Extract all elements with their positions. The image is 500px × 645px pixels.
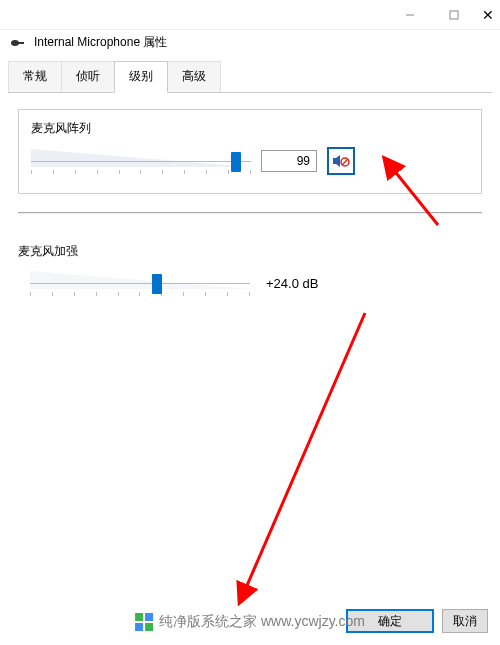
mic-boost-group: 麦克风加强 +24.0 dB <box>18 233 482 314</box>
divider <box>18 212 482 213</box>
tab-advanced[interactable]: 高级 <box>167 61 221 93</box>
mic-array-label: 麦克风阵列 <box>31 120 469 137</box>
mic-boost-slider[interactable] <box>30 270 250 296</box>
tab-general[interactable]: 常规 <box>8 61 62 93</box>
titlebar: ✕ <box>0 0 500 30</box>
speaker-muted-icon <box>332 153 350 169</box>
window-header: Internal Microphone 属性 <box>0 30 500 61</box>
watermark: 纯净版系统之家 www.ycwjzy.com <box>135 613 365 631</box>
mic-array-group: 麦克风阵列 <box>18 109 482 194</box>
slider-track <box>31 161 251 162</box>
mic-array-value[interactable] <box>261 150 317 172</box>
tab-levels[interactable]: 级别 <box>114 61 168 93</box>
svg-rect-3 <box>18 42 24 44</box>
mute-button[interactable] <box>327 147 355 175</box>
window-title: Internal Microphone 属性 <box>34 34 167 51</box>
svg-line-7 <box>245 313 365 590</box>
mic-boost-thumb[interactable] <box>152 274 162 294</box>
close-button[interactable]: ✕ <box>476 3 500 27</box>
mic-array-slider[interactable] <box>31 148 251 174</box>
slider-ticks <box>30 292 250 296</box>
svg-point-2 <box>11 40 19 46</box>
maximize-button[interactable] <box>432 0 476 30</box>
tab-underline <box>8 92 492 93</box>
ok-button[interactable]: 确定 <box>346 609 434 633</box>
cancel-button[interactable]: 取消 <box>442 609 488 633</box>
mic-boost-value: +24.0 dB <box>260 276 318 291</box>
annotation-arrow-ok <box>230 308 390 608</box>
tab-listen[interactable]: 侦听 <box>61 61 115 93</box>
mic-array-row <box>31 147 469 175</box>
slider-wedge <box>30 271 250 289</box>
mic-array-thumb[interactable] <box>231 152 241 172</box>
dialog-buttons: 确定 取消 <box>346 609 488 633</box>
microphone-icon <box>10 35 26 51</box>
content-area: 麦克风阵列 麦克风加强 <box>0 93 500 340</box>
slider-wedge <box>31 149 251 167</box>
svg-line-5 <box>342 159 348 165</box>
slider-track <box>30 283 250 284</box>
svg-rect-1 <box>450 11 458 19</box>
watermark-text: 纯净版系统之家 www.ycwjzy.com <box>159 613 365 631</box>
mic-boost-label: 麦克风加强 <box>18 243 482 260</box>
mic-boost-row: +24.0 dB <box>18 270 482 296</box>
minimize-button[interactable] <box>388 0 432 30</box>
slider-ticks <box>31 170 251 174</box>
tabs: 常规 侦听 级别 高级 <box>0 61 500 93</box>
watermark-logo-icon <box>135 613 153 631</box>
